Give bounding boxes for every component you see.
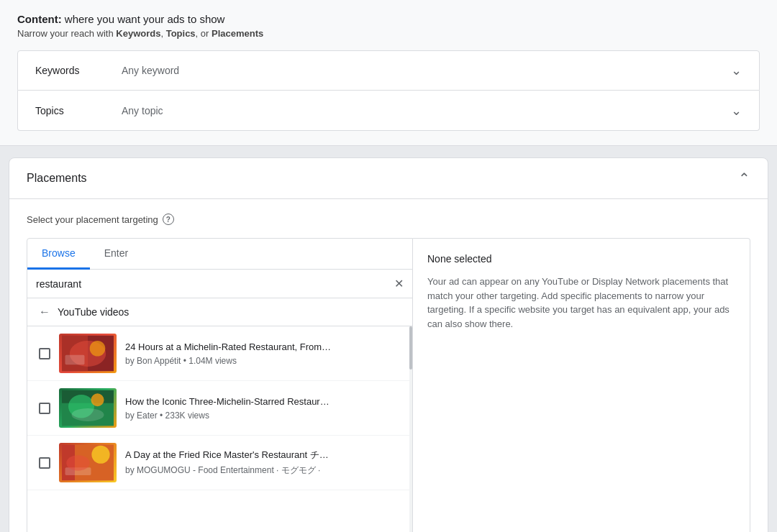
- topics-label: Topics: [35, 105, 122, 116]
- video-info-3: A Day at the Fried Rice Master's Restaur…: [125, 449, 401, 476]
- tab-browse[interactable]: Browse: [27, 239, 90, 270]
- topics-chevron-icon: ⌄: [731, 103, 742, 119]
- none-selected-description: Your ad can appear on any YouTube or Dis…: [427, 275, 735, 331]
- svg-point-14: [66, 455, 89, 471]
- svg-point-3: [90, 341, 106, 357]
- video-checkbox-2[interactable]: [39, 403, 50, 414]
- clear-icon[interactable]: ✕: [394, 277, 404, 290]
- placements-title: Placements: [27, 172, 738, 185]
- scrollbar-track: [409, 326, 412, 532]
- video-checkbox-1[interactable]: [39, 348, 50, 359]
- subtitle-keywords: Keywords: [116, 28, 160, 39]
- placements-header[interactable]: Placements ⌃: [9, 158, 768, 199]
- top-section: Content: where you want your ads to show…: [0, 0, 777, 146]
- subtitle-or: , or: [196, 28, 212, 39]
- keywords-value: Any keyword: [122, 65, 731, 76]
- svg-point-12: [91, 446, 109, 464]
- title-rest: where you want your ads to show: [62, 13, 225, 25]
- search-row: ✕: [27, 270, 412, 298]
- video-list: 24 Hours at a Michelin-Rated Restaurant,…: [27, 326, 412, 532]
- list-item: A Day at the Fried Rice Master's Restaur…: [27, 436, 412, 490]
- right-panel: None selected Your ad can appear on any …: [413, 238, 750, 532]
- svg-point-8: [91, 393, 104, 406]
- svg-point-9: [72, 408, 104, 421]
- youtube-videos-label: YouTube videos: [58, 306, 129, 318]
- placement-targeting-label: Select your placement targeting ?: [27, 214, 750, 225]
- video-meta-2: by Eater • 233K views: [125, 411, 401, 421]
- keywords-row[interactable]: Keywords Any keyword ⌄: [17, 50, 760, 91]
- left-panel: Browse Enter ✕ ← YouTube videos: [27, 238, 413, 532]
- help-icon[interactable]: ?: [163, 214, 174, 225]
- subtitle-placements: Placements: [212, 28, 263, 39]
- subtitle-comma: ,: [160, 28, 165, 39]
- search-input[interactable]: [36, 278, 388, 290]
- subtitle-start: Narrow your reach with: [17, 28, 116, 39]
- placements-chevron-icon: ⌃: [738, 170, 750, 187]
- video-info-1: 24 Hours at a Michelin-Rated Restaurant,…: [125, 341, 401, 366]
- placements-body: Select your placement targeting ? Browse…: [9, 199, 768, 532]
- back-row[interactable]: ← YouTube videos: [27, 298, 412, 326]
- video-meta-3: by MOGUMOGU - Food Entertainment · モグモグ …: [125, 464, 401, 477]
- topics-value: Any topic: [122, 105, 731, 116]
- page-title: Content: where you want your ads to show: [17, 13, 760, 25]
- video-title-3: A Day at the Fried Rice Master's Restaur…: [125, 449, 401, 462]
- video-thumbnail-2: [59, 388, 117, 428]
- scrollbar-thumb[interactable]: [409, 326, 412, 370]
- svg-rect-4: [65, 355, 85, 365]
- browse-enter-container: Browse Enter ✕ ← YouTube videos: [27, 238, 750, 532]
- tabs-row: Browse Enter: [27, 239, 412, 270]
- back-arrow-icon: ←: [39, 306, 50, 318]
- keywords-chevron-icon: ⌄: [731, 63, 742, 78]
- placements-card: Placements ⌃ Select your placement targe…: [9, 157, 768, 532]
- subtitle-topics: Topics: [166, 28, 196, 39]
- video-info-2: How the Iconic Three-Michelin-Starred Re…: [125, 395, 401, 421]
- list-item: 24 Hours at a Michelin-Rated Restaurant,…: [27, 326, 412, 381]
- none-selected-label: None selected: [427, 253, 735, 265]
- keywords-label: Keywords: [35, 65, 122, 76]
- video-thumbnail-1: [59, 334, 117, 373]
- video-meta-1: by Bon Appétit • 1.04M views: [125, 356, 401, 366]
- video-title-1: 24 Hours at a Michelin-Rated Restaurant,…: [125, 341, 401, 354]
- video-checkbox-3[interactable]: [39, 457, 50, 469]
- topics-row[interactable]: Topics Any topic ⌄: [17, 91, 760, 131]
- tab-enter[interactable]: Enter: [90, 239, 142, 270]
- title-prefix: Content:: [17, 13, 62, 25]
- video-title-2: How the Iconic Three-Michelin-Starred Re…: [125, 395, 401, 408]
- video-thumbnail-3: [59, 443, 117, 482]
- list-item: How the Iconic Three-Michelin-Starred Re…: [27, 381, 412, 436]
- targeting-label-text: Select your placement targeting: [27, 214, 158, 225]
- page-subtitle: Narrow your reach with Keywords, Topics,…: [17, 28, 760, 39]
